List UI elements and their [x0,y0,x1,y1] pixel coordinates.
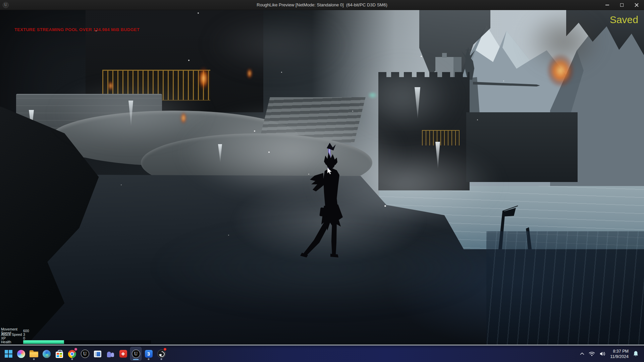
teams-icon [106,350,115,358]
running-indicator [161,358,162,360]
fire-smoke [523,10,604,74]
taskbar-unreal-button[interactable] [79,347,91,361]
tray-chevron-button[interactable] [580,352,584,355]
obs-record-badge [163,347,167,351]
tray-volume-button[interactable] [599,351,606,356]
taskbar-unreal-active-button[interactable] [130,347,142,361]
clock-date: 11/9/2024 [610,354,629,359]
taskbar: 3 8:37 PM [0,346,644,362]
shore-water [486,231,644,345]
window-app-icon [94,351,101,357]
active-app-indicator [133,359,139,360]
unreal-engine-icon [132,350,140,358]
taskbar-teams-button[interactable] [105,347,116,361]
clock-time: 8:37 PM [610,349,629,354]
saved-toast: Saved [610,14,638,25]
health-bar-track [23,340,151,344]
taskbar-chrome-button[interactable] [66,347,78,361]
unreal-engine-logo-icon [3,2,9,8]
chrome-notification-badge [74,347,78,351]
unreal-engine-icon [81,350,89,358]
window-title: RoughLike Preview [NetMode: Standalone 0… [0,2,644,7]
minimize-icon [605,5,609,5]
copilot-icon [17,350,25,358]
taskbar-red-app-button[interactable] [117,347,129,361]
stat-value: 0 [23,337,25,340]
close-icon [635,3,639,7]
minimize-button[interactable] [600,0,614,10]
running-indicator [148,358,150,360]
taskbar-file-explorer-button[interactable] [28,347,40,361]
mouse-cursor [326,167,333,175]
maximize-button[interactable] [614,0,629,10]
fog [54,84,208,144]
player-character [295,142,362,269]
three-app-icon: 3 [145,350,153,358]
taskbar-window-app-button[interactable] [92,347,103,361]
tray-wifi-button[interactable] [589,351,595,356]
health-bar-fill [23,340,64,344]
taskbar-store-button[interactable] [54,347,65,361]
red-diamond-app-icon [119,350,127,358]
running-indicator [33,358,35,360]
close-button[interactable] [629,0,644,10]
maximize-icon [620,3,624,7]
taskbar-edge-button[interactable] [41,347,52,361]
taskbar-three-app-button[interactable]: 3 [143,347,154,361]
stat-label: Health [1,340,23,344]
windows-start-icon [5,350,12,358]
brazier-fire [198,66,209,90]
golden-rail [422,130,460,145]
running-indicator [71,358,73,360]
bell-icon [633,351,639,357]
volume-icon [599,351,606,356]
player-stats-hud: Movement Speed600 Attack Speed3 XP0 Heal… [1,329,189,344]
taskbar-obs-button[interactable] [156,347,167,361]
tray-clock[interactable]: 8:37 PM 11/9/2024 [610,349,629,359]
file-explorer-icon [30,350,38,357]
smoke-haze [208,15,342,74]
edge-icon [43,350,51,358]
texture-streaming-warning: TEXTURE STREAMING POOL OVER 134.984 MiB … [14,27,140,32]
chevron-up-icon [580,352,584,355]
taskbar-copilot-button[interactable] [15,347,27,361]
desktop: RoughLike Preview [NetMode: Standalone 0… [0,0,644,362]
window-titlebar: RoughLike Preview [NetMode: Standalone 0… [0,0,644,10]
wifi-icon [589,351,595,356]
tray-notifications-button[interactable] [633,351,639,357]
taskbar-start-button[interactable] [3,347,14,361]
microsoft-store-icon [56,352,63,358]
game-viewport[interactable]: TEXTURE STREAMING POOL OVER 134.984 MiB … [0,10,644,345]
